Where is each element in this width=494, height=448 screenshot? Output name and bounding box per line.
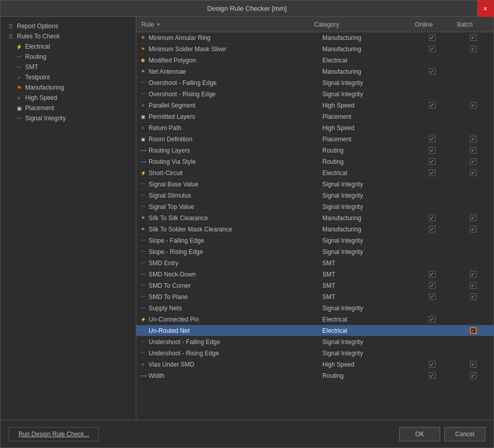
checkbox-batch-26[interactable] bbox=[470, 327, 477, 334]
checkbox-online-22[interactable] bbox=[429, 282, 436, 289]
cell-rule-7: ▣Permitted Layers bbox=[136, 111, 319, 122]
sidebar-item-testpoint[interactable]: ✓Testpoint bbox=[1, 72, 136, 82]
ok-button[interactable]: OK bbox=[399, 427, 440, 441]
table-row[interactable]: ⟿WidthRouting bbox=[136, 370, 493, 381]
table-row[interactable]: 〰SMD To CornerSMT bbox=[136, 280, 493, 291]
cell-rule-27: 〰Undershoot - Falling Edge bbox=[136, 336, 319, 347]
sidebar-item-rules-to-check[interactable]: 🗒Rules To Check bbox=[1, 31, 136, 41]
checkbox-online-16[interactable] bbox=[429, 215, 436, 221]
table-row[interactable]: ⚑Minimum Annular RingManufacturing bbox=[136, 32, 493, 44]
table-row[interactable]: ⟿Routing LayersRouting bbox=[136, 145, 493, 156]
table-row[interactable]: ▣Permitted LayersPlacement bbox=[136, 111, 493, 122]
table-row[interactable]: ⚡Short-CircuitElectrical bbox=[136, 167, 493, 179]
cell-batch-24 bbox=[452, 303, 493, 313]
checkbox-online-1[interactable] bbox=[429, 46, 436, 52]
checkbox-batch-29[interactable] bbox=[470, 361, 477, 368]
table-row[interactable]: 〰Slope - Rising EdgeSignal Integrity bbox=[136, 246, 493, 258]
checkbox-batch-17[interactable] bbox=[470, 226, 477, 232]
rule-name-22: SMD To Corner bbox=[149, 282, 191, 289]
routing-icon: 〰 bbox=[15, 53, 23, 60]
table-row[interactable]: ≡Parallel SegmentHigh Speed bbox=[136, 100, 493, 111]
checkbox-batch-21[interactable] bbox=[470, 271, 477, 278]
table-row[interactable]: 〰Overshoot - Falling EdgeSignal Integrit… bbox=[136, 77, 493, 89]
checkbox-online-12[interactable] bbox=[429, 169, 436, 176]
table-row[interactable]: ⚑Silk To Silk ClearanceManufacturing bbox=[136, 212, 493, 224]
table-row[interactable]: ⚑Minimum Solder Mask SliverManufacturing bbox=[136, 44, 493, 55]
checkbox-batch-6[interactable] bbox=[470, 102, 477, 109]
close-button[interactable]: × bbox=[477, 1, 493, 17]
checkbox-batch-0[interactable] bbox=[470, 34, 477, 41]
table-row[interactable]: ⚡Un-Connected PinElectrical bbox=[136, 314, 493, 325]
checkbox-online-23[interactable] bbox=[429, 293, 436, 300]
checkbox-online-17[interactable] bbox=[429, 226, 436, 232]
sidebar-item-routing[interactable]: 〰Routing bbox=[1, 52, 136, 62]
checkbox-online-21[interactable] bbox=[429, 271, 436, 278]
sidebar-label-rules-to-check: Rules To Check bbox=[17, 33, 60, 40]
cell-online-20 bbox=[411, 258, 452, 268]
checkbox-online-6[interactable] bbox=[429, 102, 436, 109]
table-row[interactable]: 〰SMD Neck-DownSMT bbox=[136, 269, 493, 280]
cancel-button[interactable]: Cancel bbox=[444, 427, 485, 441]
cell-online-21 bbox=[411, 269, 452, 280]
table-row[interactable]: 〰Signal StimulusSignal Integrity bbox=[136, 190, 493, 201]
sidebar-item-electrical[interactable]: ⚡Electrical bbox=[1, 41, 136, 52]
table-row[interactable]: 〰Undershoot - Rising EdgeSignal Integrit… bbox=[136, 348, 493, 359]
checkbox-batch-12[interactable] bbox=[470, 169, 477, 176]
checkbox-batch-30[interactable] bbox=[470, 372, 477, 379]
table-row[interactable]: ⚑Net AntennaeManufacturing bbox=[136, 66, 493, 77]
table-row[interactable]: 〰Slope - Falling EdgeSignal Integrity bbox=[136, 235, 493, 246]
checkbox-batch-9[interactable] bbox=[470, 136, 477, 142]
sidebar-item-high-speed[interactable]: ≡High Speed bbox=[1, 93, 136, 103]
checkbox-online-30[interactable] bbox=[429, 372, 436, 379]
table-row[interactable]: 〰Un-Routed NetElectrical bbox=[136, 325, 493, 336]
sidebar-item-placement[interactable]: ▣Placement bbox=[1, 103, 136, 113]
checkbox-online-10[interactable] bbox=[429, 147, 436, 154]
cell-rule-25: ⚡Un-Connected Pin bbox=[136, 314, 319, 325]
sidebar-item-smt[interactable]: 〰SMT bbox=[1, 62, 136, 72]
checkbox-batch-10[interactable] bbox=[470, 147, 477, 154]
table-row[interactable]: 〰SMD To PlaneSMT bbox=[136, 291, 493, 303]
cell-online-14 bbox=[411, 190, 452, 201]
run-drc-button[interactable]: Run Design Rule Check... bbox=[9, 427, 99, 441]
table-row[interactable]: ≡Return PathHigh Speed bbox=[136, 122, 493, 134]
rule-icon-27: 〰 bbox=[139, 338, 147, 346]
checkbox-online-25[interactable] bbox=[429, 316, 436, 323]
cell-category-15: Signal Integrity bbox=[319, 201, 411, 212]
cell-online-12 bbox=[411, 167, 452, 178]
table-row[interactable]: ⟿Routing Via StyleRouting bbox=[136, 156, 493, 167]
cell-category-0: Manufacturing bbox=[319, 32, 411, 43]
checkbox-batch-1[interactable] bbox=[470, 46, 477, 52]
cell-batch-1 bbox=[452, 44, 493, 54]
rule-icon-6: ≡ bbox=[139, 102, 147, 109]
table-row[interactable]: 〰SMD EntrySMT bbox=[136, 258, 493, 269]
checkbox-online-3[interactable] bbox=[429, 68, 436, 75]
cell-category-3: Manufacturing bbox=[319, 66, 411, 77]
table-row[interactable]: ⬟Modified PolygonElectrical bbox=[136, 55, 493, 66]
checkbox-online-11[interactable] bbox=[429, 158, 436, 165]
rule-icon-19: 〰 bbox=[139, 248, 147, 255]
checkbox-batch-16[interactable] bbox=[470, 215, 477, 221]
sidebar-item-signal-integrity[interactable]: 〰Signal Integrity bbox=[1, 113, 136, 123]
table-row[interactable]: 〰Signal Top ValueSignal Integrity bbox=[136, 201, 493, 212]
rules-to-check-icon: 🗒 bbox=[7, 33, 15, 40]
checkbox-batch-22[interactable] bbox=[470, 282, 477, 289]
table-row[interactable]: ≡Vias Under SMDHigh Speed bbox=[136, 359, 493, 370]
table-row[interactable]: 〰Undershoot - Falling EdgeSignal Integri… bbox=[136, 336, 493, 348]
checkbox-online-0[interactable] bbox=[429, 34, 436, 41]
main-content: 🗒Report Options🗒Rules To Check⚡Electrica… bbox=[1, 17, 493, 420]
table-row[interactable]: 〰Signal Base ValueSignal Integrity bbox=[136, 179, 493, 190]
checkbox-online-9[interactable] bbox=[429, 136, 436, 142]
table-row[interactable]: ▣Room DefinitionPlacement bbox=[136, 134, 493, 145]
rule-icon-9: ▣ bbox=[139, 136, 147, 143]
table-row[interactable]: ⚑Silk To Solder Mask ClearanceManufactur… bbox=[136, 224, 493, 235]
cell-batch-18 bbox=[452, 235, 493, 246]
cell-online-24 bbox=[411, 303, 452, 313]
table-row[interactable]: 〰Overshoot - Rising EdgeSignal Integrity bbox=[136, 89, 493, 100]
checkbox-batch-11[interactable] bbox=[470, 158, 477, 165]
rule-icon-11: ⟿ bbox=[139, 158, 147, 165]
sidebar-item-manufacturing[interactable]: ⚑Manufacturing bbox=[1, 82, 136, 93]
sidebar-item-report-options[interactable]: 🗒Report Options bbox=[1, 21, 136, 31]
checkbox-online-29[interactable] bbox=[429, 361, 436, 368]
table-row[interactable]: 〰Supply NetsSignal Integrity bbox=[136, 303, 493, 314]
checkbox-batch-23[interactable] bbox=[470, 293, 477, 300]
